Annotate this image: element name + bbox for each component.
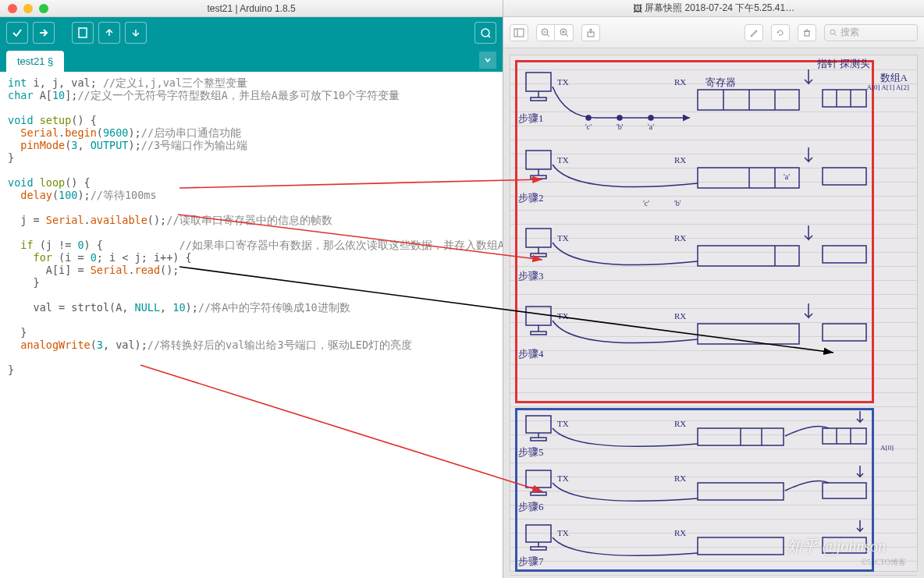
arduino-toolbar	[0, 17, 503, 48]
code-comment: //如果串口寄存器中有数据，那么依次读取这些数据，并存入数组A中	[103, 239, 503, 251]
svg-point-19	[586, 115, 591, 120]
svg-rect-34	[526, 229, 551, 247]
svg-rect-39	[698, 324, 799, 344]
svg-line-2	[488, 35, 490, 37]
preview-area[interactable]: /* generated below */ 指针 探测头 数组A 寄存器 A[0…	[503, 48, 924, 578]
nb-label: TX	[557, 473, 569, 483]
nb-label: TX	[557, 233, 569, 243]
nb-step-label: 步骤2	[518, 191, 544, 205]
svg-rect-29	[526, 151, 551, 169]
notebook-image: /* generated below */ 指针 探测头 数组A 寄存器 A[0…	[510, 55, 918, 572]
svg-point-16	[830, 30, 835, 34]
svg-rect-18	[526, 73, 551, 91]
svg-rect-50	[823, 483, 866, 498]
nb-label: RX	[674, 311, 686, 321]
finder-toolbar: 搜索	[503, 17, 924, 48]
nb-label: 'a'	[648, 122, 654, 131]
nb-label: 'c'	[643, 199, 649, 207]
zoom-in-button[interactable]	[555, 24, 574, 41]
share-button[interactable]	[581, 24, 600, 41]
svg-rect-49	[698, 483, 784, 500]
nb-label: TX	[557, 419, 569, 428]
svg-rect-13	[805, 31, 809, 36]
nb-step-label: 步骤3	[518, 269, 544, 283]
code-comment: //启动串口通信功能	[141, 126, 241, 139]
code-comment: //读取串口寄存器中的信息的帧数	[166, 214, 332, 226]
zoom-out-button[interactable]	[536, 24, 555, 41]
finder-title: 🖼 屏幕快照 2018-07-24 下午5.25.41…	[503, 2, 924, 15]
code-comment: //定义一个无符号字符型数组A，并且给A最多可放下10个字符变量	[77, 89, 400, 101]
nb-label: RX	[674, 155, 686, 165]
delete-button[interactable]	[798, 24, 816, 41]
svg-rect-35	[698, 246, 799, 266]
nb-label: RX	[674, 528, 686, 537]
footer-attribution: ©51CTO博客	[862, 557, 906, 568]
code-comment: //定义i,j,val三个整型变量	[97, 76, 247, 89]
nb-label: 'a'	[784, 172, 790, 181]
markup-button[interactable]	[745, 24, 763, 41]
tab-bar: test21 §	[0, 48, 503, 72]
svg-rect-3	[514, 29, 524, 37]
nb-label: TX	[557, 77, 569, 87]
arduino-window: test21 | Arduino 1.8.5 test21 § int i, j…	[0, 0, 503, 578]
new-button[interactable]	[72, 22, 94, 44]
svg-rect-33	[823, 168, 866, 185]
finder-window: 🖼 屏幕快照 2018-07-24 下午5.25.41… 搜索 /* gener…	[503, 0, 924, 578]
sidebar-toggle-button[interactable]	[510, 24, 528, 41]
svg-rect-52	[698, 537, 784, 555]
search-input[interactable]: 搜索	[824, 24, 918, 41]
nb-step-label: 步骤4	[518, 347, 544, 361]
nb-step-label: 步骤7	[518, 555, 544, 569]
tab-test21[interactable]: test21 §	[6, 51, 64, 72]
rotate-button[interactable]	[771, 24, 790, 41]
search-placeholder: 搜索	[840, 26, 859, 39]
svg-rect-38	[526, 307, 551, 325]
svg-rect-48	[526, 470, 551, 488]
arduino-titlebar: test21 | Arduino 1.8.5	[0, 0, 503, 17]
svg-rect-41	[526, 416, 551, 433]
arduino-title: test21 | Arduino 1.8.5	[0, 3, 503, 14]
search-icon	[830, 29, 837, 37]
nb-label: RX	[674, 419, 686, 428]
serial-monitor-button[interactable]	[474, 22, 496, 44]
nb-label: RX	[674, 233, 686, 243]
nb-step-label: 步骤5	[518, 445, 544, 459]
code-editor[interactable]: int i, j, val; //定义i,j,val三个整型变量 char A[…	[0, 72, 503, 578]
zoom-controls	[536, 24, 574, 41]
svg-point-20	[617, 115, 622, 120]
nb-label: TX	[557, 311, 569, 321]
svg-point-21	[649, 115, 653, 120]
nb-label: 'b'	[674, 199, 681, 207]
nb-label: A[0]	[880, 444, 894, 452]
nb-step-label: 步骤6	[518, 500, 544, 514]
svg-rect-40	[823, 324, 866, 341]
nb-label: RX	[674, 77, 686, 87]
tab-menu-icon[interactable]	[479, 51, 496, 69]
svg-rect-51	[526, 525, 551, 542]
nb-label: 'b'	[617, 122, 624, 131]
upload-button[interactable]	[33, 22, 55, 44]
open-button[interactable]	[98, 22, 120, 44]
svg-rect-26	[823, 90, 866, 107]
nb-label: TX	[557, 528, 569, 537]
svg-line-9	[566, 34, 568, 37]
code-comment: //等待100ms	[91, 189, 157, 201]
svg-line-6	[547, 34, 549, 37]
svg-rect-0	[79, 28, 87, 37]
svg-rect-45	[823, 428, 866, 444]
finder-titlebar: 🖼 屏幕快照 2018-07-24 下午5.25.41…	[503, 0, 924, 17]
nb-label: 'c'	[585, 122, 592, 131]
code-comment: //3号端口作为输出端	[141, 139, 247, 151]
nb-label: TX	[557, 155, 569, 165]
svg-rect-22	[698, 90, 799, 110]
code-comment: //将A中的字符传唤成10进制数	[198, 301, 350, 314]
save-button[interactable]	[125, 22, 147, 44]
nb-step-label: 步骤1	[518, 112, 544, 126]
watermark: 知乎 @johnson	[787, 536, 886, 557]
verify-button[interactable]	[6, 22, 28, 44]
nb-label: RX	[674, 473, 686, 483]
svg-line-17	[835, 34, 837, 36]
svg-rect-37	[823, 246, 866, 263]
code-comment: //将转换好后的val输出给3号端口，驱动LED灯的亮度	[147, 339, 412, 351]
